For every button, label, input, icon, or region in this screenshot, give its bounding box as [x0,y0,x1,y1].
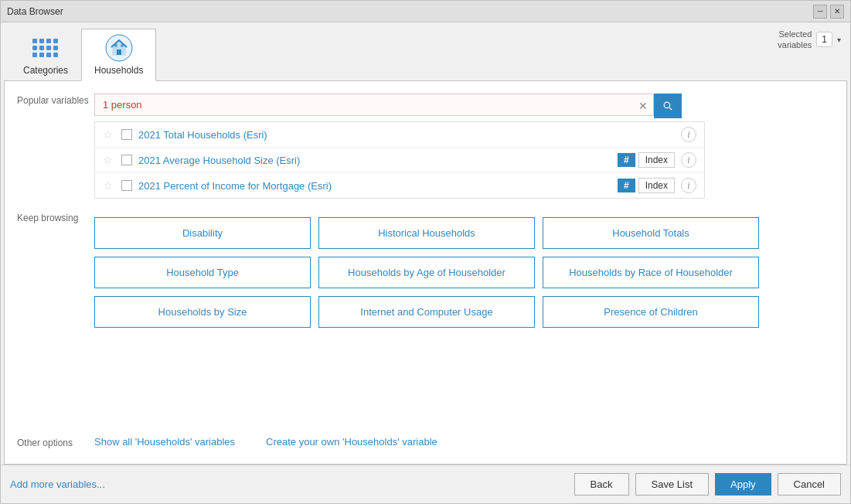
browse-btn-internet[interactable]: Internet and Computer Usage [318,296,535,328]
search-row: Popular variables ✕ [17,94,834,118]
popular-variables-label: Popular variables [17,94,94,106]
cancel-button[interactable]: Cancel [778,473,841,495]
browse-grid: Disability Historical Households Househo… [94,217,759,328]
variable-name-1[interactable]: 2021 Total Households (Esri) [138,129,669,141]
tab-categories-label: Categories [23,65,68,76]
browse-btn-households-age[interactable]: Households by Age of Householder [318,257,535,288]
search-input[interactable] [94,94,654,116]
browse-btn-presence-children[interactable]: Presence of Children [543,296,759,328]
search-wrapper: ✕ [94,94,654,118]
footer: Add more variables... Back Save List App… [1,465,850,503]
tab-households[interactable]: Households [81,29,156,81]
keep-browsing-header: Keep browsing Disability Historical Hous… [17,211,834,328]
browse-btn-household-type[interactable]: Household Type [94,257,311,288]
selected-variables-area[interactable]: Selectedvariables 1 ▾ [778,29,841,51]
svg-point-5 [664,102,670,108]
hash-badge-3[interactable]: # [618,179,635,192]
variable-row: ☆ 2021 Total Households (Esri) i [95,122,704,148]
back-button[interactable]: Back [574,473,629,495]
window-title: Data Browser [7,6,63,17]
other-options-section: Other options Show all 'Households' vari… [17,430,834,451]
save-list-button[interactable]: Save List [635,473,709,495]
show-all-variables-link[interactable]: Show all 'Households' variables [94,436,235,448]
info-icon-3[interactable]: i [681,178,696,193]
other-options-links: Show all 'Households' variables Create y… [94,436,437,448]
main-content: Popular variables ✕ ☆ 2021 [4,80,847,465]
apply-button[interactable]: Apply [715,473,771,495]
other-options-label: Other options [17,436,94,448]
browse-btn-historical-households[interactable]: Historical Households [318,217,535,249]
households-tab-icon [105,34,133,62]
categories-tab-icon [32,34,60,62]
selected-count-badge: 1 [816,32,832,47]
footer-buttons: Back Save List Apply Cancel [574,473,841,495]
clear-search-button[interactable]: ✕ [635,100,651,112]
keep-browsing-label: Keep browsing [17,211,94,223]
star-icon-3[interactable]: ☆ [103,179,115,192]
tab-households-label: Households [94,65,143,76]
index-badge-3[interactable]: Index [638,178,675,193]
add-more-variables-link[interactable]: Add more variables... [10,478,105,490]
data-browser-window: Data Browser ─ ✕ Categories [0,0,851,504]
index-badge-2[interactable]: Index [638,152,675,168]
title-bar-buttons: ─ ✕ [813,5,844,19]
variable-name-2[interactable]: 2021 Average Household Size (Esri) [138,155,611,166]
svg-line-6 [669,107,672,110]
checkbox-2[interactable] [121,155,132,165]
checkbox-3[interactable] [121,180,132,191]
create-own-variable-link[interactable]: Create your own 'Households' variable [266,436,437,448]
info-icon-2[interactable]: i [681,152,696,168]
tab-bar: Categories Households [1,22,850,80]
chevron-down-icon: ▾ [837,36,841,44]
svg-point-3 [114,44,117,47]
hash-badge-2[interactable]: # [618,153,635,167]
checkbox-1[interactable] [121,129,132,140]
browse-btn-household-totals[interactable]: Household Totals [543,217,759,249]
star-icon-1[interactable]: ☆ [103,128,115,141]
browse-btn-disability[interactable]: Disability [94,217,311,249]
variable-name-3[interactable]: 2021 Percent of Income for Mortgage (Esr… [138,180,611,192]
svg-rect-2 [117,49,121,55]
keep-browsing-section: Keep browsing Disability Historical Hous… [17,211,834,417]
variable-row: ☆ 2021 Average Household Size (Esri) # I… [95,148,704,173]
close-button[interactable]: ✕ [830,5,844,19]
search-icon [663,100,672,112]
title-bar: Data Browser ─ ✕ [1,1,850,22]
search-button[interactable] [654,94,682,118]
variables-list: ☆ 2021 Total Households (Esri) i ☆ 2021 … [94,121,705,199]
svg-point-4 [121,44,124,47]
star-icon-2[interactable]: ☆ [103,154,115,166]
variable-row: ☆ 2021 Percent of Income for Mortgage (E… [95,173,704,198]
minimize-button[interactable]: ─ [813,5,827,19]
other-options-header: Other options Show all 'Households' vari… [17,436,834,448]
var-badges-3: # Index [618,178,675,193]
selected-variables-label: Selectedvariables [778,29,812,51]
var-badges-2: # Index [618,152,675,168]
browse-btn-households-size[interactable]: Households by Size [94,296,311,328]
tab-categories[interactable]: Categories [10,29,81,80]
browse-btn-households-race[interactable]: Households by Race of Householder [543,257,759,288]
info-icon-1[interactable]: i [681,127,696,142]
